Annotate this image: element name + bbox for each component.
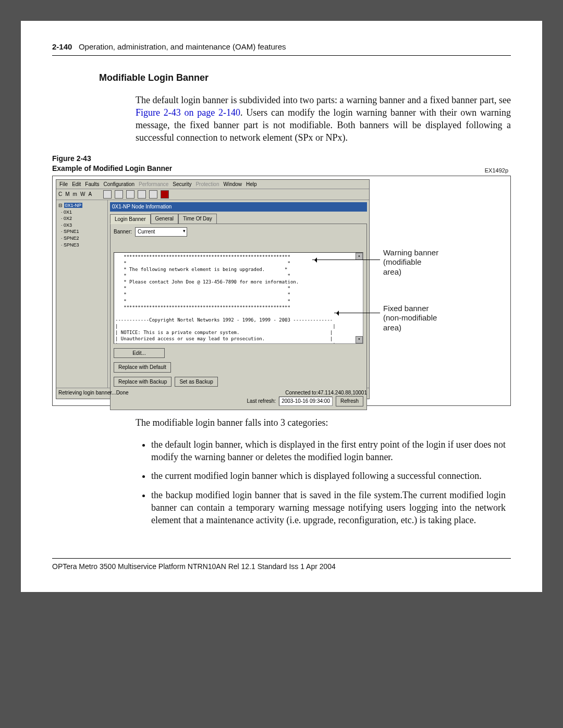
arrow-icon xyxy=(312,260,380,260)
toolbar-btn[interactable] xyxy=(103,190,112,199)
menu-performance: Performance xyxy=(139,181,168,188)
pane-title: 0X1-NP Node Information xyxy=(110,202,367,212)
replace-default-button[interactable]: Replace with Default xyxy=(114,362,171,373)
tab-time-of-day[interactable]: Time Of Day xyxy=(178,214,217,224)
toolbar-btn[interactable] xyxy=(138,190,146,199)
status-right: Connected to:47.114.240.88,10001 xyxy=(285,389,367,397)
edit-button[interactable]: Edit... xyxy=(114,348,165,359)
status-left: Retrieving login banner...Done xyxy=(58,389,129,397)
list-item: the backup modified login banner that is… xyxy=(151,489,511,527)
intro-paragraph: The default login banner is subdivided i… xyxy=(136,94,511,144)
figure-id: EX1492p xyxy=(485,167,508,175)
toolbar-btn[interactable] xyxy=(161,190,169,199)
tree-item[interactable]: 0X1 xyxy=(64,209,72,215)
document-page: 2-140 Operation, administration, and mai… xyxy=(21,21,542,592)
menu-protection: Protection xyxy=(195,181,219,188)
figure-frame: EX1492p File Edit Faults Configuration P… xyxy=(52,176,511,406)
list-item: the current modified login banner which … xyxy=(151,470,511,482)
page-footer: OPTera Metro 3500 Multiservice Platform … xyxy=(52,558,511,572)
running-title: Operation, administration, and maintenan… xyxy=(79,42,286,51)
tree-item[interactable]: SPNE2 xyxy=(64,236,79,241)
app-window: File Edit Faults Configuration Performan… xyxy=(56,179,370,399)
menu-faults[interactable]: Faults xyxy=(85,181,99,188)
section-heading: Modifiable Login Banner xyxy=(99,71,511,84)
toolbar-btn[interactable] xyxy=(115,190,123,199)
tab-login-banner[interactable]: Login Banner xyxy=(110,214,151,225)
arrow-icon xyxy=(334,313,380,313)
set-backup-button[interactable]: Set as Backup xyxy=(175,377,217,387)
bullet-list: the default login banner, which is displ… xyxy=(141,438,511,527)
figure-crossref[interactable]: Figure 2-43 on page 2-140 xyxy=(136,107,240,118)
scroll-up-icon[interactable]: ▴ xyxy=(356,253,363,260)
banner-select[interactable]: Current xyxy=(135,227,187,237)
menu-help[interactable]: Help xyxy=(246,181,257,188)
tab-general[interactable]: General xyxy=(151,214,179,224)
annotation-fixed: Fixed banner (non-modifiable area) xyxy=(383,304,440,333)
figure-caption: Figure 2-43 Example of Modified Login Ba… xyxy=(52,154,511,174)
last-refresh-label: Last refresh: xyxy=(247,398,276,405)
list-item: the default login banner, which is displ… xyxy=(151,438,511,464)
last-refresh-value: 2003-10-16 09:34:00 xyxy=(279,397,333,406)
menu-file[interactable]: File xyxy=(59,181,68,188)
tree-item[interactable]: 0X2 xyxy=(64,216,72,221)
replace-backup-button[interactable]: Replace with Backup xyxy=(114,377,172,387)
banner-textarea[interactable]: ****************************************… xyxy=(114,252,363,344)
toolbar-btn[interactable] xyxy=(149,190,157,199)
annotation-warning: Warning banner (modifiable area) xyxy=(383,248,440,277)
menu-security[interactable]: Security xyxy=(173,181,191,188)
menu-edit[interactable]: Edit xyxy=(72,181,81,188)
toolbar-btn[interactable] xyxy=(126,190,134,199)
menubar: File Edit Faults Configuration Performan… xyxy=(56,180,369,190)
banner-label: Banner: xyxy=(114,228,132,236)
menu-configuration[interactable]: Configuration xyxy=(104,181,134,188)
toolbar: C M m W A xyxy=(56,189,369,200)
categories-intro: The modifiable login banner falls into 3… xyxy=(136,416,511,429)
refresh-button[interactable]: Refresh xyxy=(336,396,363,406)
menu-window[interactable]: Window xyxy=(223,181,242,188)
nav-tree[interactable]: ⊟ 0X1-NP · 0X1 · 0X2 · 0X3 · SPNE1 · SPN… xyxy=(56,200,108,388)
page-header: 2-140 Operation, administration, and mai… xyxy=(52,42,511,56)
scroll-down-icon[interactable]: ▾ xyxy=(356,336,363,343)
tree-item[interactable]: SPNE1 xyxy=(64,229,79,234)
tree-item[interactable]: 0X3 xyxy=(64,223,72,228)
page-number: 2-140 xyxy=(52,42,72,51)
tree-item[interactable]: SPNE3 xyxy=(64,242,79,248)
tree-root[interactable]: 0X1-NP xyxy=(64,203,83,208)
